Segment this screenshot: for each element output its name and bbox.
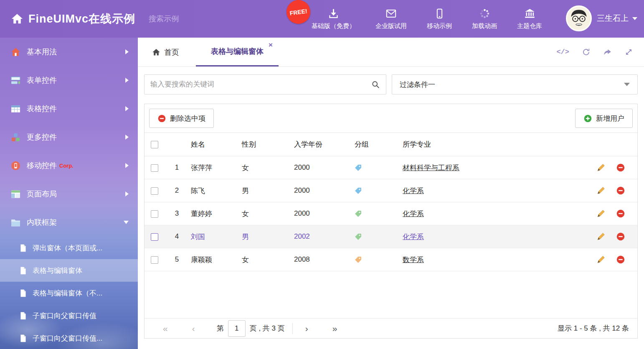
- chevron-right-icon: [125, 191, 129, 196]
- file-icon: [19, 244, 27, 252]
- major-link[interactable]: 材料科学与工程系: [403, 164, 459, 172]
- nav-enterprise-trial[interactable]: 企业版试用: [372, 8, 410, 30]
- sidebar-subitem-label: 表格与编辑窗体（不...: [33, 288, 102, 298]
- next-page-icon[interactable]: ›: [305, 324, 308, 333]
- sidebar-item-label: 基本用法: [27, 47, 57, 57]
- keyword-search-box: [144, 74, 386, 94]
- nav-loading-animation[interactable]: 加载动画: [469, 8, 500, 30]
- major-link[interactable]: 化学系: [403, 187, 424, 195]
- table-row: 1 张萍萍 女 2000 材料科学与工程系: [145, 156, 637, 179]
- blocks-icon: [11, 132, 20, 142]
- tab-home[interactable]: 首页: [145, 38, 186, 66]
- sidebar-subitem-grid-edit-window-2[interactable]: 表格与编辑窗体（不...: [0, 282, 138, 304]
- tag-icon: [355, 256, 362, 263]
- nav-label: 移动示例: [427, 22, 452, 30]
- add-user-button[interactable]: 新增用户: [575, 109, 633, 128]
- row-checkbox[interactable]: [151, 187, 158, 195]
- cell-name: 陈飞: [188, 179, 239, 202]
- cell-year: 2000: [292, 202, 352, 225]
- tab-grid-edit-window[interactable]: 表格与编辑窗体 ×: [196, 38, 279, 66]
- major-link[interactable]: 化学系: [403, 233, 424, 241]
- nav-label: 企业版试用: [375, 22, 407, 30]
- keyword-search-input[interactable]: [150, 80, 371, 89]
- page-number-input[interactable]: [228, 320, 246, 337]
- delete-icon[interactable]: [616, 209, 625, 218]
- expand-icon[interactable]: [624, 48, 633, 56]
- sidebar-item-page-layout[interactable]: 页面布局: [0, 180, 138, 208]
- nav-mobile-demo[interactable]: 移动示例: [423, 8, 455, 30]
- edit-icon[interactable]: [596, 232, 606, 241]
- cell-gender: 男: [239, 179, 292, 202]
- edit-icon[interactable]: [596, 255, 606, 264]
- page-prefix: 第: [217, 324, 224, 333]
- sidebar-subitem-label: 表格与编辑窗体: [33, 266, 82, 275]
- row-checkbox[interactable]: [151, 164, 158, 172]
- sidebar-item-label: 表格控件: [27, 104, 57, 114]
- user-name: 三生石上: [597, 13, 629, 24]
- search-icon[interactable]: [371, 80, 380, 89]
- header-search: [149, 14, 234, 23]
- first-page-icon[interactable]: «: [163, 324, 168, 333]
- edit-icon[interactable]: [596, 163, 606, 172]
- sidebar-item-iframe[interactable]: 内联框架: [0, 208, 138, 237]
- sidebar-subitem-child-to-parent[interactable]: 子窗口向父窗口传值: [0, 304, 138, 327]
- sidebar-subitem-label: 弹出窗体（本页面或...: [33, 243, 102, 253]
- main-content: 首页 表格与编辑窗体 × </> 过滤条件一: [138, 38, 644, 349]
- open-new-window-icon[interactable]: [603, 48, 612, 56]
- delete-icon[interactable]: [616, 255, 625, 264]
- nav-theme-repo[interactable]: 主题仓库: [514, 8, 545, 30]
- sidebar-subitem-label: 子窗口向父窗口传值...: [33, 334, 102, 343]
- delete-icon[interactable]: [616, 163, 625, 172]
- sidebar-item-more-controls[interactable]: 更多控件: [0, 123, 138, 151]
- cell-year: 2000: [292, 179, 352, 202]
- cell-gender: 女: [239, 202, 292, 225]
- select-all-checkbox[interactable]: [151, 141, 158, 148]
- delete-icon[interactable]: [616, 232, 625, 241]
- delete-selected-button[interactable]: 删除选中项: [149, 109, 214, 128]
- sidebar-subitem-popup-window[interactable]: 弹出窗体（本页面或...: [0, 237, 138, 259]
- sidebar-item-label: 移动控件: [27, 160, 57, 171]
- tab-bar: 首页 表格与编辑窗体 × </>: [138, 38, 644, 67]
- avatar[interactable]: [566, 5, 592, 31]
- prev-page-icon[interactable]: ‹: [192, 324, 195, 333]
- sidebar-item-form-controls[interactable]: 表单控件: [0, 66, 138, 94]
- sidebar-item-grid-controls[interactable]: 表格控件: [0, 94, 138, 123]
- layout-icon: [11, 189, 20, 199]
- divider: [292, 323, 293, 334]
- edit-icon[interactable]: [596, 209, 606, 218]
- major-link[interactable]: 化学系: [403, 210, 424, 218]
- close-icon[interactable]: ×: [269, 41, 273, 48]
- row-checkbox[interactable]: [151, 233, 158, 241]
- nav-basic-free[interactable]: 基础版（免费）: [308, 8, 359, 30]
- row-checkbox[interactable]: [151, 210, 158, 218]
- pagination-summary: 显示 1 - 5 条 , 共 12 条: [558, 324, 629, 333]
- nav-label: 主题仓库: [517, 22, 542, 30]
- nav-label: 基础版（免费）: [312, 22, 355, 30]
- tag-icon: [355, 164, 362, 171]
- last-page-icon[interactable]: »: [332, 324, 337, 333]
- filter-dropdown[interactable]: 过滤条件一: [392, 74, 638, 94]
- add-user-label: 新增用户: [596, 114, 624, 123]
- refresh-icon[interactable]: [582, 48, 591, 56]
- home-icon: [11, 47, 20, 57]
- cell-name: 张萍萍: [188, 156, 239, 179]
- row-checkbox[interactable]: [151, 256, 158, 264]
- major-link[interactable]: 数学系: [403, 256, 424, 264]
- sidebar-item-basic-usage[interactable]: 基本用法: [0, 38, 138, 66]
- cell-name: 董婷婷: [188, 202, 239, 225]
- edit-icon[interactable]: [596, 186, 606, 195]
- sidebar-item-label: 表单控件: [27, 75, 57, 85]
- sidebar-subitem-grid-edit-window[interactable]: 表格与编辑窗体: [0, 259, 138, 282]
- sidebar-item-mobile-controls[interactable]: 移动控件 Corp.: [0, 151, 138, 180]
- sidebar-subitem-child-to-parent-2[interactable]: 子窗口向父窗口传值...: [0, 327, 138, 349]
- app-home-icon[interactable]: [11, 13, 23, 25]
- file-icon: [19, 289, 27, 297]
- cell-name: 刘国: [188, 225, 239, 248]
- source-code-icon[interactable]: </>: [556, 48, 569, 56]
- user-menu[interactable]: 三生石上: [566, 5, 637, 31]
- plus-circle-icon: [583, 114, 592, 123]
- filter-dropdown-value: 过滤条件一: [400, 80, 435, 89]
- header-search-input[interactable]: [149, 15, 246, 23]
- file-icon: [19, 312, 27, 320]
- delete-icon[interactable]: [616, 186, 625, 195]
